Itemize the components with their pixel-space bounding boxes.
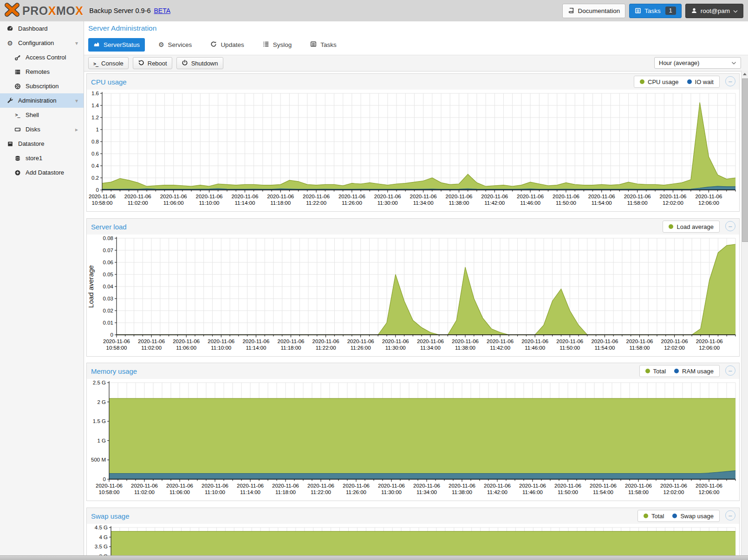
svg-text:11:34:00: 11:34:00 (413, 200, 434, 206)
svg-text:0.05: 0.05 (103, 272, 113, 277)
sidebar-item-administration[interactable]: Administration▾ (0, 93, 84, 108)
root-pam-button[interactable]: root@pam (685, 4, 743, 18)
server-load-panel-header: Server load Load average − (87, 219, 739, 234)
tab-label: ServerStatus (104, 41, 140, 48)
tab-tasks[interactable]: Tasks (305, 38, 342, 52)
tab-bar: ServerStatus⚙ServicesUpdatesSyslogTasks (88, 38, 342, 52)
svg-text:0: 0 (111, 332, 113, 338)
svg-text:2020-11-06: 2020-11-06 (231, 194, 258, 199)
sidebar-item-configuration[interactable]: ⚙Configuration▾ (0, 36, 84, 50)
svg-text:2.5 G: 2.5 G (93, 380, 106, 385)
time-range-select[interactable]: Hour (average) (654, 57, 741, 69)
legend-item-ram-usage[interactable]: RAM usage (674, 368, 714, 375)
svg-text:12:06:00: 12:06:00 (698, 200, 719, 206)
svg-text:2020-11-06: 2020-11-06 (660, 194, 687, 199)
svg-text:11:06:00: 11:06:00 (169, 489, 190, 495)
svg-text:11:14:00: 11:14:00 (234, 200, 255, 206)
panel-title: Server load (87, 223, 127, 231)
svg-text:2020-11-06: 2020-11-06 (131, 483, 158, 488)
tab-syslog[interactable]: Syslog (258, 38, 297, 52)
beta-link[interactable]: BETA (154, 7, 171, 14)
svg-text:11:58:00: 11:58:00 (630, 345, 650, 351)
collapse-panel-button[interactable]: − (725, 221, 735, 231)
toolbar: >_ConsoleRebootShutdown Hour (average) (84, 55, 748, 72)
reboot-button[interactable]: Reboot (133, 57, 172, 69)
documentation-button[interactable]: Documentation (562, 4, 625, 18)
scrollbar-thumb[interactable] (742, 78, 748, 242)
svg-text:11:10:00: 11:10:00 (205, 489, 225, 495)
svg-text:1.2: 1.2 (91, 115, 99, 120)
sidebar-item-subscription[interactable]: Subscription (0, 79, 84, 93)
server-load-panel: Server load Load average − 00.010.020.03… (86, 218, 740, 357)
svg-text:11:18:00: 11:18:00 (275, 489, 296, 495)
svg-text:2020-11-06: 2020-11-06 (410, 194, 437, 199)
svg-text:1 G: 1 G (97, 438, 106, 443)
legend-item-cpu-usage[interactable]: CPU usage (640, 78, 678, 85)
collapse-panel-button[interactable]: − (725, 510, 735, 521)
legend-item-total[interactable]: Total (644, 513, 664, 520)
svg-text:11:42:00: 11:42:00 (484, 200, 505, 206)
sidebar-item-store1[interactable]: store1 (0, 151, 84, 165)
logo-letter: X (48, 4, 56, 17)
sidebar-item-dashboard[interactable]: Dashboard (0, 21, 84, 36)
svg-text:2020-11-06: 2020-11-06 (517, 194, 544, 199)
legend-item-load-average[interactable]: Load average (669, 223, 714, 230)
panel-title: Swap usage (87, 512, 130, 520)
scrollbar-up-arrow[interactable] (741, 71, 748, 78)
list-icon (263, 41, 269, 49)
legend-label: Total (651, 513, 664, 520)
legend-item-io-wait[interactable]: IO wait (687, 78, 714, 85)
panel-title: CPU usage (87, 78, 127, 86)
sidebar-item-disks[interactable]: Disks▸ (0, 122, 84, 137)
button-label: Console (101, 60, 124, 67)
console-button[interactable]: >_Console (88, 57, 129, 69)
svg-text:2020-11-06: 2020-11-06 (626, 339, 653, 344)
svg-text:2020-11-06: 2020-11-06 (312, 339, 339, 344)
svg-text:500 M: 500 M (91, 457, 106, 462)
svg-text:2020-11-06: 2020-11-06 (521, 339, 548, 344)
svg-text:2020-11-06: 2020-11-06 (591, 339, 618, 344)
svg-text:11:10:00: 11:10:00 (211, 345, 231, 351)
svg-text:11:34:00: 11:34:00 (420, 345, 441, 351)
shutdown-button[interactable]: Shutdown (176, 57, 223, 69)
legend-swatch (640, 79, 644, 84)
life-ring-icon (13, 83, 21, 90)
vertical-scrollbar[interactable] (741, 71, 748, 560)
sidebar-item-label: Administration (18, 97, 56, 104)
svg-text:2020-11-06: 2020-11-06 (242, 339, 269, 344)
legend-item-swap-usage[interactable]: Swap usage (672, 513, 714, 520)
svg-text:10:58:00: 10:58:00 (99, 489, 120, 495)
legend-swatch (644, 514, 648, 518)
button-label: Reboot (148, 60, 167, 67)
svg-text:2020-11-06: 2020-11-06 (481, 194, 508, 199)
sidebar-item-label: store1 (26, 155, 42, 162)
sidebar-item-label: Subscription (26, 83, 59, 90)
sidebar-item-access-control[interactable]: Access Control (0, 50, 84, 65)
sidebar-item-shell[interactable]: >_Shell (0, 108, 84, 122)
tab-updates[interactable]: Updates (205, 38, 249, 52)
tab-services[interactable]: ⚙Services (153, 38, 197, 52)
wrench-icon (6, 98, 14, 104)
svg-text:11:14:00: 11:14:00 (246, 345, 266, 351)
legend-item-total[interactable]: Total (645, 368, 666, 375)
svg-text:1.4: 1.4 (91, 103, 99, 108)
svg-text:2020-11-06: 2020-11-06 (160, 194, 187, 199)
svg-text:2020-11-06: 2020-11-06 (202, 483, 228, 488)
collapse-panel-button[interactable]: − (725, 365, 735, 376)
sidebar-item-add-datastore[interactable]: Add Datastore (0, 165, 84, 180)
svg-text:2020-11-06: 2020-11-06 (338, 194, 365, 199)
tab-serverstatus[interactable]: ServerStatus (88, 38, 145, 52)
sidebar-item-datastore[interactable]: Datastore (0, 137, 84, 151)
collapse-panel-button[interactable]: − (725, 76, 735, 86)
svg-text:2020-11-06: 2020-11-06 (303, 194, 330, 199)
svg-text:2020-11-06: 2020-11-06 (661, 339, 688, 344)
sidebar-item-remotes[interactable]: Remotes (0, 65, 84, 79)
tasks-button[interactable]: Tasks1 (629, 4, 681, 18)
database-icon (13, 155, 21, 162)
svg-text:0.01: 0.01 (103, 320, 113, 326)
svg-text:2020-11-06: 2020-11-06 (554, 483, 581, 488)
window-bottom-edge (0, 555, 748, 560)
area-chart-icon (93, 41, 100, 49)
svg-text:2020-11-06: 2020-11-06 (446, 194, 473, 199)
sidebar-item-label: Remotes (26, 68, 50, 75)
